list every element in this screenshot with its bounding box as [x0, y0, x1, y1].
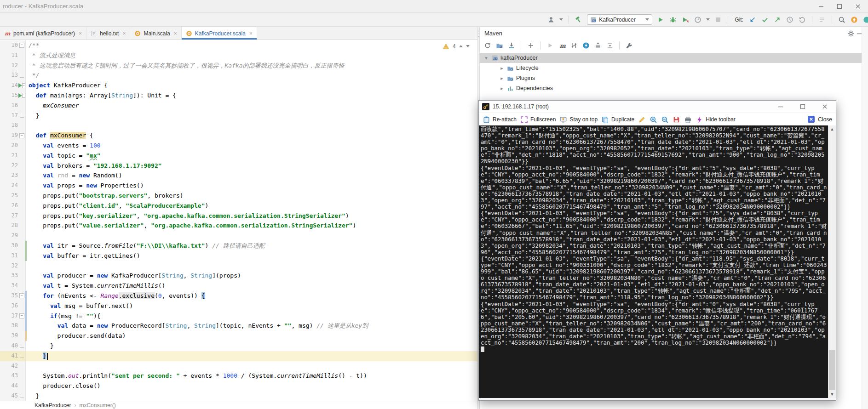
code-text[interactable]: producer.close(): [26, 381, 101, 391]
user-avatar-icon[interactable]: [547, 16, 555, 24]
wrench-icon[interactable]: [625, 42, 633, 50]
code-line-26[interactable]: 26 props.put("client.id", "ScalaProducer…: [0, 201, 477, 211]
code-text[interactable]: mxConsumer: [26, 101, 79, 111]
code-line-24[interactable]: 24 val props = new Properties(): [0, 181, 477, 191]
gutter[interactable]: 26: [0, 201, 26, 211]
code-line-22[interactable]: 22 val brokers = "192.168.1.17:9092": [0, 161, 477, 171]
code-line-44[interactable]: 44 producer.close(): [0, 381, 477, 391]
gutter[interactable]: 23: [0, 170, 26, 181]
gutter[interactable]: 19−: [0, 131, 26, 141]
fold-open-icon[interactable]: −: [19, 133, 24, 138]
gutter[interactable]: 29: [0, 231, 26, 241]
fold-open-icon[interactable]: −: [22, 93, 25, 98]
code-text[interactable]: def main(args: Array[String]): Unit = {: [26, 91, 176, 101]
code-line-32[interactable]: 32: [0, 261, 477, 271]
code-line-33[interactable]: 33 val producer = new KafkaProducer[Stri…: [0, 271, 477, 281]
ide-settings-icon[interactable]: [862, 16, 868, 24]
tab-kafkaproducer-scala[interactable]: OKafkaProducer.scala×: [182, 27, 257, 40]
chevron-right-icon[interactable]: ▸: [499, 75, 505, 81]
fold-open-icon[interactable]: −: [19, 293, 24, 298]
code-line-39[interactable]: 39 producer.send(data): [0, 331, 477, 341]
folder-gear-icon[interactable]: [495, 42, 503, 50]
gutter[interactable]: 16: [0, 101, 26, 111]
code-line-34[interactable]: 34 val t = System.currentTimeMillis(): [0, 281, 477, 291]
git-push-icon[interactable]: [773, 16, 782, 24]
download-icon[interactable]: [507, 42, 515, 50]
gutter[interactable]: 13: [0, 70, 26, 80]
gutter[interactable]: 40: [0, 341, 26, 351]
run-button[interactable]: [656, 16, 665, 24]
maven-gear-icon[interactable]: [847, 29, 855, 38]
gutter[interactable]: 35−: [0, 291, 26, 301]
gutter[interactable]: 18: [0, 120, 26, 131]
gutter[interactable]: 10−: [0, 40, 26, 51]
code-text[interactable]: val data = new ProducerRecord[String, St…: [26, 321, 368, 331]
code-text[interactable]: }: [26, 341, 54, 351]
run-arrow-icon[interactable]: [18, 93, 22, 98]
gutter[interactable]: 24: [0, 181, 26, 191]
gutter[interactable]: 39: [0, 331, 26, 341]
fold-open-icon[interactable]: −: [19, 43, 24, 48]
gutter[interactable]: 30: [0, 241, 26, 251]
inspection-widget[interactable]: 4: [443, 43, 470, 50]
gutter[interactable]: 38: [0, 321, 26, 331]
floppy-button[interactable]: [673, 116, 680, 124]
code-line-28[interactable]: 28 props.put("value.serializer", "org.ap…: [0, 221, 477, 231]
code-line-37[interactable]: 37− if(msg != ""){: [0, 311, 477, 321]
code-text[interactable]: }: [26, 351, 48, 361]
gutter[interactable]: 22: [0, 161, 26, 171]
code-text[interactable]: [26, 361, 29, 371]
gutter[interactable]: 17: [0, 111, 26, 121]
gutter[interactable]: 43: [0, 371, 26, 381]
code-text[interactable]: System.out.println("sent per second: " +…: [26, 371, 367, 381]
chevron-right-icon[interactable]: ▸: [499, 65, 505, 71]
stay-on-top-button[interactable]: Stay on top: [559, 116, 598, 124]
gutter[interactable]: 42: [0, 361, 26, 371]
code-line-23[interactable]: 23 val rnd = new Random(): [0, 170, 477, 181]
git-commit-check-icon[interactable]: [761, 16, 769, 24]
code-text[interactable]: val props = new Properties(): [26, 181, 144, 191]
code-editor[interactable]: 10−/**11 * 流式处理消息12 * 这玩意启动后有谜之卡顿时间，过了一会…: [0, 40, 477, 401]
code-line-40[interactable]: 40 }: [0, 341, 477, 351]
tab-close-icon[interactable]: ×: [122, 31, 126, 36]
fold-open-icon[interactable]: −: [22, 83, 25, 88]
tab-close-icon[interactable]: ×: [174, 31, 177, 36]
breadcrumb-class[interactable]: KafkaProducer: [34, 402, 71, 409]
gutter[interactable]: 36: [0, 301, 26, 311]
run-arrow-icon[interactable]: [18, 83, 22, 88]
gutter[interactable]: 12: [0, 61, 26, 71]
code-line-31[interactable]: 31 val buffer = itr.getLines(): [0, 251, 477, 261]
code-line-43[interactable]: 43 System.out.println("sent per second: …: [0, 371, 477, 381]
code-text[interactable]: if(msg != ""){: [26, 311, 101, 321]
scroll-up-icon[interactable]: ▲: [828, 125, 836, 133]
code-text[interactable]: [26, 261, 29, 271]
tab-hello-txt[interactable]: hello.txt×: [86, 27, 130, 40]
gutter[interactable]: 21: [0, 151, 26, 161]
zoom-out-button[interactable]: [661, 116, 669, 124]
code-text[interactable]: }: [26, 391, 39, 401]
play-gray-icon[interactable]: [546, 42, 554, 50]
scroll-down-icon[interactable]: ▼: [828, 391, 836, 398]
bolt-circle-icon[interactable]: [582, 42, 590, 50]
code-line-38[interactable]: 38 val data = new ProducerRecord[String,…: [0, 321, 477, 331]
breadcrumb-member[interactable]: mxConsumer(): [79, 402, 115, 409]
code-text[interactable]: [26, 120, 29, 131]
profiler-button[interactable]: [694, 16, 702, 24]
code-line-27[interactable]: 27 props.put("key.serializer", "org.apac…: [0, 211, 477, 221]
tab-close-icon[interactable]: ×: [79, 31, 82, 36]
code-text[interactable]: props.put("client.id", "ScalaProducerExa…: [26, 201, 208, 211]
coverage-button[interactable]: [681, 16, 690, 24]
gutter[interactable]: 34: [0, 281, 26, 291]
fold-end-icon[interactable]: [20, 394, 24, 398]
code-line-14[interactable]: 14−object KafkaProducer {: [0, 80, 477, 91]
code-line-29[interactable]: 29: [0, 231, 477, 241]
rollback-icon[interactable]: [798, 16, 806, 24]
skip-tests-icon[interactable]: [570, 42, 578, 50]
terminal-close-icon[interactable]: [821, 102, 829, 111]
code-line-25[interactable]: 25 props.put("bootstrap.servers", broker…: [0, 191, 477, 201]
fullscreen-button[interactable]: Fullscreen: [520, 116, 556, 124]
gutter[interactable]: 44: [0, 381, 26, 391]
code-text[interactable]: */: [26, 70, 39, 80]
fold-open-icon[interactable]: −: [19, 313, 24, 318]
splitter-drag-handle[interactable]: ···: [478, 29, 479, 38]
